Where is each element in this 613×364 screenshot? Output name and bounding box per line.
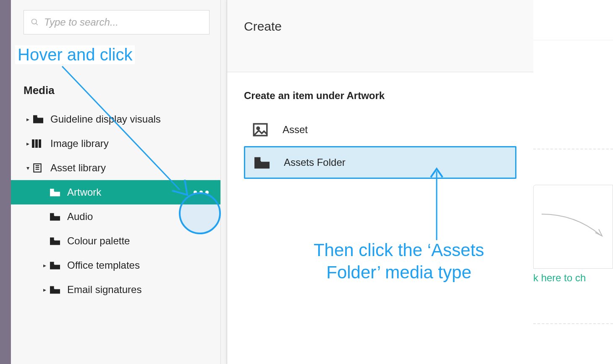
background-content: k here to ch xyxy=(533,0,613,364)
create-options-list: Asset Assets Folder xyxy=(244,113,516,179)
expand-caret-icon[interactable]: ▸ xyxy=(24,140,32,147)
expand-caret-icon[interactable]: ▸ xyxy=(40,286,49,293)
media-tree: ▸ Guideline display visuals ▸ Image libr… xyxy=(11,107,220,302)
svg-rect-14 xyxy=(50,286,54,288)
svg-rect-4 xyxy=(35,139,38,148)
more-actions-icon[interactable] xyxy=(194,191,209,194)
svg-rect-2 xyxy=(33,115,37,117)
folder-icon xyxy=(49,260,67,270)
tree-item-label: Asset library xyxy=(50,162,106,174)
image-icon xyxy=(251,121,283,139)
annotation-then-click: Then click the ‘Assets Folder’ media typ… xyxy=(294,239,504,283)
tree-item-audio[interactable]: Audio xyxy=(11,204,220,229)
annotation-hover-click: Hover and click xyxy=(15,45,135,64)
tree-item-colour-palette[interactable]: Colour palette xyxy=(11,229,220,253)
create-panel-header: Create xyxy=(227,0,533,72)
tree-item-artwork[interactable]: Artwork xyxy=(11,180,220,204)
curved-arrow-icon xyxy=(537,210,609,252)
svg-point-17 xyxy=(257,127,259,130)
sidebar-section-media: Media xyxy=(11,64,220,107)
panel-title: Create xyxy=(244,19,282,34)
search-input[interactable] xyxy=(44,16,202,28)
create-option-label: Asset xyxy=(283,124,308,136)
folder-icon xyxy=(32,114,50,124)
tree-item-asset-library[interactable]: ▾ Asset library xyxy=(11,156,220,180)
library-icon xyxy=(32,162,50,173)
svg-rect-13 xyxy=(50,262,54,264)
tree-item-label: Artwork xyxy=(67,186,101,198)
tree-item-label: Image library xyxy=(50,138,109,149)
tree-item-email-signatures[interactable]: ▸ Email signatures xyxy=(11,278,220,302)
folder-icon xyxy=(49,285,67,295)
create-option-assets-folder[interactable]: Assets Folder xyxy=(244,146,516,179)
svg-rect-5 xyxy=(39,139,41,148)
search-icon xyxy=(31,18,39,26)
svg-line-1 xyxy=(36,24,38,25)
svg-rect-18 xyxy=(254,157,260,160)
create-option-label: Assets Folder xyxy=(284,157,346,168)
app-nav-strip xyxy=(0,0,11,364)
folder-icon xyxy=(253,155,284,170)
tree-item-label: Guideline display visuals xyxy=(50,113,161,125)
folder-icon xyxy=(49,187,67,197)
svg-rect-10 xyxy=(50,189,54,191)
partial-link-text: k here to ch xyxy=(533,272,586,284)
tree-item-image-library[interactable]: ▸ Image library xyxy=(11,131,220,156)
svg-rect-3 xyxy=(32,139,34,148)
images-icon xyxy=(32,139,50,149)
folder-icon xyxy=(49,212,67,222)
create-panel: Create Create an item under Artwork Asse… xyxy=(227,0,533,364)
tree-item-office-templates[interactable]: ▸ Office templates xyxy=(11,253,220,278)
create-subheading: Create an item under Artwork xyxy=(244,90,516,102)
svg-rect-12 xyxy=(50,238,54,240)
tree-item-label: Office templates xyxy=(67,259,140,271)
tree-item-label: Audio xyxy=(67,211,93,223)
tree-item-guideline-display-visuals[interactable]: ▸ Guideline display visuals xyxy=(11,107,220,131)
svg-point-0 xyxy=(32,19,37,24)
tree-item-label: Colour palette xyxy=(67,235,130,247)
create-option-asset[interactable]: Asset xyxy=(244,113,516,146)
expand-caret-icon[interactable]: ▸ xyxy=(24,116,32,123)
collapse-caret-icon[interactable]: ▾ xyxy=(24,165,32,171)
tree-item-label: Email signatures xyxy=(67,284,141,296)
folder-icon xyxy=(49,236,67,246)
search-box[interactable] xyxy=(24,10,210,34)
svg-rect-11 xyxy=(50,213,54,215)
expand-caret-icon[interactable]: ▸ xyxy=(40,262,49,269)
